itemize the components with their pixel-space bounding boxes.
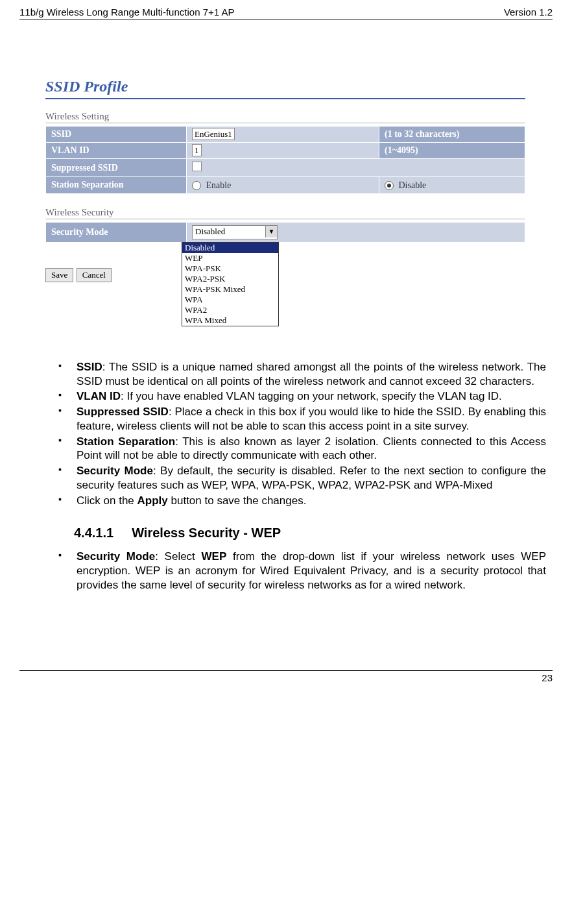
security-mode-select[interactable]: Disabled ▼ [192,225,278,239]
bullet-suppressed-ssid: Suppressed SSID: Place a check in this b… [58,405,546,433]
bullet-ssid: SSID: The SSID is a unique named shared … [58,360,546,389]
station-separation-label: Station Separation [46,177,187,194]
option-wpa-mixed[interactable]: WPA Mixed [182,315,278,326]
suppressed-ssid-label: Suppressed SSID [46,159,187,177]
ssid-profile-screenshot: SSID Profile Wireless Setting SSID EnGen… [45,78,525,341]
cancel-button[interactable]: Cancel [77,268,112,282]
option-wep[interactable]: WEP [182,253,278,263]
bullet-station-separation: Station Separation: This is also known a… [58,435,546,463]
wireless-security-heading: Wireless Security [45,207,525,219]
disable-label: Disable [399,180,427,190]
wireless-setting-heading: Wireless Setting [45,111,525,123]
vlan-id-label: VLAN ID [46,143,187,159]
security-mode-label: Security Mode [46,222,187,242]
ssid-input[interactable]: EnGenius1 [192,128,235,140]
bullet-wep-security-mode: Security Mode: Select WEP from the drop-… [58,550,546,592]
option-wpa2[interactable]: WPA2 [182,305,278,315]
ssid-hint: (1 to 32 characters) [379,127,525,143]
chevron-down-icon: ▼ [265,226,277,237]
option-disabled[interactable]: Disabled [182,243,278,253]
vlan-id-hint: (1~4095) [379,143,525,159]
station-separation-disable-radio[interactable] [385,181,394,190]
bullet-apply: Click on the Apply button to save the ch… [58,494,546,508]
vlan-id-input[interactable]: 1 [192,144,202,156]
station-separation-enable-radio[interactable] [192,181,201,190]
enable-label: Enable [206,180,232,190]
ssid-profile-title: SSID Profile [45,78,525,99]
ssid-label: SSID [46,127,187,143]
page-number: 23 [542,672,553,683]
doc-header-right: Version 1.2 [504,6,553,18]
bullet-vlan-id: VLAN ID: If you have enabled VLAN taggin… [58,389,546,404]
section-4-4-1-1-heading: 4.4.1.1Wireless Security - WEP [74,526,553,541]
security-mode-dropdown[interactable]: Disabled WEP WPA-PSK WPA2-PSK WPA-PSK Mi… [182,242,279,326]
save-button[interactable]: Save [45,268,73,282]
option-wpa-psk-mixed[interactable]: WPA-PSK Mixed [182,284,278,295]
doc-header-left: 11b/g Wireless Long Range Multi-function… [19,6,234,18]
suppressed-ssid-checkbox[interactable] [192,162,202,171]
bullet-security-mode: Security Mode: By default, the security … [58,464,546,492]
option-wpa[interactable]: WPA [182,295,278,305]
